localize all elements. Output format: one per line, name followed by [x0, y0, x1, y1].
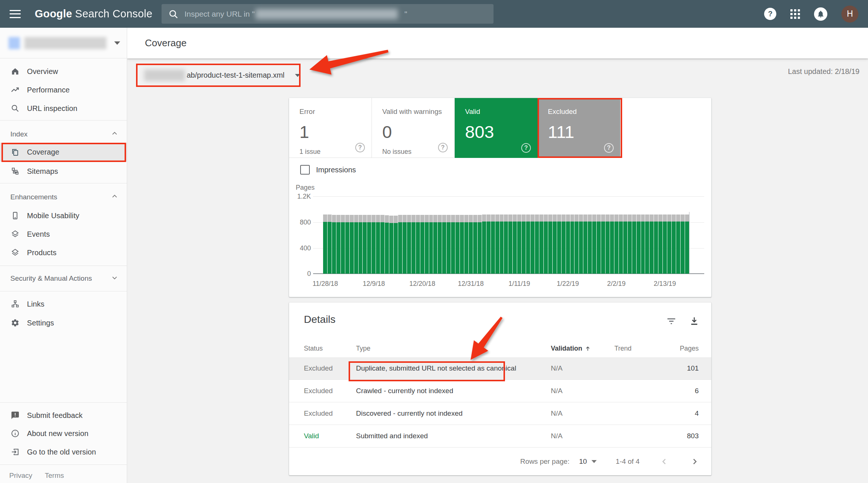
bar-segment-valid — [562, 222, 566, 274]
property-selector[interactable] — [0, 28, 127, 58]
status-card-label: Error — [299, 108, 372, 116]
sidebar-item-mobile-usability[interactable]: Mobile Usability — [0, 206, 127, 225]
chart-bar — [681, 215, 685, 274]
pagination-bar: Rows per page: 10 1-4 of 4 — [289, 447, 711, 475]
rows-per-page-value[interactable]: 10 — [579, 457, 587, 466]
sidebar-item-url-inspection[interactable]: URL inspection — [0, 99, 127, 118]
sidebar-item-products[interactable]: Products — [0, 243, 127, 262]
previous-page-button[interactable] — [659, 456, 670, 467]
rows-per-page-dropdown-icon[interactable] — [591, 460, 597, 463]
impressions-toggle[interactable]: Impressions — [300, 165, 356, 175]
privacy-link[interactable]: Privacy — [9, 472, 32, 480]
logo-google: Google — [35, 8, 72, 20]
chart-bar — [486, 215, 491, 274]
links-tree-icon — [10, 299, 20, 309]
help-circle-icon[interactable]: ? — [438, 143, 448, 152]
column-header-trend[interactable]: Trend — [614, 345, 631, 352]
sidebar-item-performance[interactable]: Performance — [0, 81, 127, 99]
bar-segment-excluded — [553, 215, 557, 222]
chart-bar — [332, 215, 336, 274]
bar-segment-valid — [407, 222, 411, 274]
sidebar-item-overview[interactable]: Overview — [0, 62, 127, 81]
chart-bar — [522, 215, 526, 274]
bar-segment-valid — [420, 222, 424, 274]
download-icon[interactable] — [689, 316, 699, 326]
table-row[interactable]: Excluded Duplicate, submitted URL not se… — [289, 357, 711, 380]
help-circle-icon[interactable]: ? — [521, 143, 531, 153]
apps-grid-icon[interactable] — [790, 9, 800, 19]
url-inspect-search-input[interactable]: Inspect any URL in " " — [162, 4, 494, 24]
bar-segment-valid — [566, 222, 570, 274]
row-type: Discovered - currently not indexed — [356, 409, 462, 418]
chart-bar — [637, 215, 641, 274]
bar-segment-valid — [394, 223, 398, 274]
column-header-type[interactable]: Type — [356, 345, 370, 352]
status-card-excluded[interactable]: Excluded 111 ? — [538, 98, 620, 158]
bar-segment-excluded — [438, 215, 442, 222]
sidebar-item-submit-feedback[interactable]: Submit feedback — [0, 406, 127, 425]
row-type: Submitted and indexed — [356, 432, 428, 440]
help-circle-icon[interactable]: ? — [355, 143, 365, 152]
bar-segment-excluded — [574, 215, 579, 222]
terms-link[interactable]: Terms — [45, 472, 64, 480]
hamburger-menu-icon[interactable] — [10, 10, 21, 18]
chart-bar — [614, 215, 618, 274]
row-status: Excluded — [304, 387, 333, 395]
sidebar-item-about-new-version[interactable]: About new version — [0, 424, 127, 443]
sidebar-section-index[interactable]: Index — [0, 127, 127, 142]
row-type: Crawled - currently not indexed — [356, 387, 453, 395]
chart-bar — [380, 215, 384, 274]
sidebar-item-coverage[interactable]: Coverage — [0, 143, 127, 162]
column-header-validation[interactable]: Validation — [551, 345, 591, 352]
chart-bar — [672, 215, 676, 274]
chart-bar — [425, 215, 429, 274]
help-circle-icon[interactable]: ? — [604, 143, 614, 153]
sitemap-filter-dropdown[interactable]: ab/product-test-1-sitemap.xml — [136, 64, 301, 87]
bar-segment-valid — [473, 222, 477, 274]
table-row[interactable]: Excluded Discovered - currently not inde… — [289, 402, 711, 425]
help-icon[interactable]: ? — [764, 8, 776, 20]
column-header-pages[interactable]: Pages — [680, 345, 699, 352]
row-pages: 4 — [695, 409, 699, 418]
sidebar-item-settings[interactable]: Settings — [0, 314, 127, 332]
status-card-valid-warnings[interactable]: Valid with warnings 0 No issues ? — [372, 98, 455, 158]
bar-segment-excluded — [535, 215, 539, 222]
filter-icon[interactable] — [666, 316, 677, 326]
table-row[interactable]: Excluded Crawled - currently not indexed… — [289, 380, 711, 402]
bar-segment-valid — [372, 222, 376, 274]
sidebar-item-links[interactable]: Links — [0, 295, 127, 313]
coverage-pages-icon — [10, 148, 20, 157]
x-axis-label: 2/13/19 — [654, 280, 676, 288]
chart-bar — [623, 215, 627, 274]
notifications-bell-icon[interactable] — [814, 7, 827, 21]
bar-segment-excluded — [363, 215, 367, 222]
impressions-checkbox[interactable] — [300, 165, 310, 175]
row-pages: 803 — [687, 432, 699, 440]
sidebar-item-sitemaps[interactable]: Sitemaps — [0, 162, 127, 180]
table-row[interactable]: Valid Submitted and indexed N/A 803 — [289, 425, 711, 447]
bar-segment-excluded — [376, 215, 380, 222]
sidebar-section-enhancements[interactable]: Enhancements — [0, 190, 127, 205]
chart-right-edge — [689, 212, 689, 274]
content-area: ab/product-test-1-sitemap.xml Last updat… — [127, 58, 868, 483]
user-avatar[interactable]: H — [841, 6, 858, 23]
sidebar-item-go-old-version[interactable]: Go to the old version — [0, 443, 127, 461]
status-card-error[interactable]: Error 1 1 issue ? — [289, 98, 372, 158]
sidebar-section-security[interactable]: Security & Manual Actions — [0, 271, 127, 286]
bar-segment-valid — [478, 222, 482, 274]
column-header-status[interactable]: Status — [304, 345, 323, 352]
chart-bar — [566, 215, 570, 274]
status-card-valid[interactable]: Valid 803 ? — [455, 98, 538, 158]
next-page-button[interactable] — [689, 456, 700, 467]
bar-segment-excluded — [654, 215, 658, 222]
bar-segment-excluded — [345, 215, 349, 222]
bar-segment-valid — [570, 222, 574, 274]
chevron-down-icon — [111, 274, 119, 284]
bar-segment-excluded — [508, 215, 512, 222]
sidebar-item-events[interactable]: Events — [0, 225, 127, 243]
chart-bar — [579, 215, 583, 274]
bar-segment-excluded — [323, 215, 327, 222]
logo-search-console: Search Console — [75, 8, 152, 20]
redacted-url-blur — [255, 9, 398, 19]
bar-segment-valid — [579, 222, 583, 274]
